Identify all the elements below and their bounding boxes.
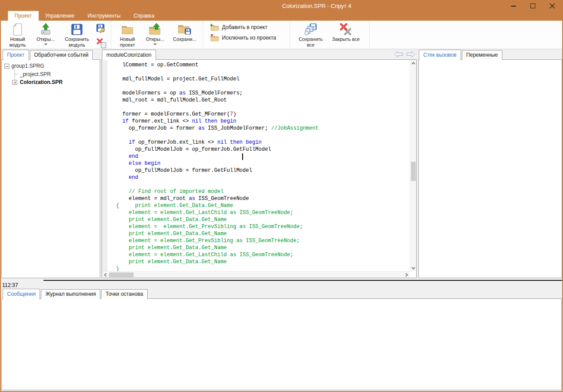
add-to-project-label: Добавить в проект [222, 24, 267, 30]
remove-from-project-label: Исключить из проекта [222, 35, 276, 41]
save-project-icon [178, 22, 192, 36]
ribbon-tab-bar: Проект Управление Инструменты Справка [1, 11, 562, 21]
maximize-button[interactable] [526, 2, 539, 11]
vertical-scroll-thumb[interactable] [411, 162, 416, 181]
text-caret [242, 153, 243, 160]
save-all-icon [304, 22, 317, 36]
open-module-button[interactable]: Откры... [32, 22, 59, 45]
tab-call-stack[interactable]: Стек вызовов [419, 50, 461, 60]
close-all-icon [339, 22, 353, 36]
left-panel-tabs: Проект Обработчики событий [3, 50, 94, 60]
new-module-icon [12, 22, 23, 36]
horizontal-scrollbar[interactable] [102, 271, 410, 278]
editor-tabs: moduleColorization [102, 50, 157, 60]
messages-panel [1, 298, 562, 390]
open-project-label: Откры... [146, 36, 164, 42]
vertical-scrollbar[interactable] [410, 60, 416, 271]
open-module-dropdown-icon[interactable] [44, 44, 47, 45]
close-all-label: Закрыть все [332, 36, 360, 42]
tree-item-colorization[interactable]: Colorization.SPR [20, 79, 62, 85]
tree-item-project[interactable]: _project.SPR [20, 71, 51, 77]
tab-execution-log[interactable]: Журнал выполнения [41, 289, 100, 299]
tab-project-tree[interactable]: Проект [3, 50, 29, 60]
save-module-as-button[interactable] [96, 23, 107, 35]
new-project-icon [121, 22, 134, 36]
save-all-label: Сохранить все [294, 36, 327, 48]
minimize-icon [511, 6, 516, 7]
save-project-button[interactable]: Сохрани... [169, 22, 200, 42]
project-tree-panel: group1.SPRG _project.SPR Colorization.SP… [1, 59, 100, 278]
new-project-button[interactable]: Новый проект [113, 22, 142, 48]
add-to-project-button[interactable]: Добавить в проект [210, 23, 267, 31]
ribbon-group-all: Сохранить все Закрыть все [290, 21, 370, 49]
code-lines[interactable]: lComment = op.GetComment mdl_fullModel =… [116, 62, 319, 272]
navigate-back-icon[interactable] [394, 51, 403, 58]
close-module-button[interactable] [96, 37, 107, 49]
new-project-label: Новый проект [113, 36, 142, 48]
window-controls [507, 1, 559, 11]
breakpoint-gutter[interactable] [102, 60, 107, 271]
open-module-label: Откры... [36, 36, 55, 42]
tab-messages[interactable]: Сообщения [3, 289, 40, 299]
scroll-up-icon[interactable] [410, 60, 417, 66]
navigate-forward-icon[interactable] [406, 51, 415, 58]
save-as-icon [96, 24, 107, 34]
open-module-icon [40, 22, 52, 36]
save-project-label: Сохрани... [173, 36, 196, 42]
ribbon-toolbar: Новый модуль Откры... Сохранить модуль [1, 21, 562, 49]
close-button[interactable] [545, 2, 559, 11]
tree-item-group[interactable]: group1.SPRG [11, 63, 44, 69]
editor-navigation [394, 51, 415, 58]
caret-position-status: 112:37 [2, 282, 18, 288]
remove-from-project-icon [210, 34, 219, 41]
horizontal-scroll-thumb[interactable] [109, 272, 134, 277]
open-project-icon [149, 22, 162, 36]
project-tree: group1.SPRG _project.SPR Colorization.SP… [2, 60, 100, 278]
tree-connector-project [15, 74, 18, 74]
new-module-button[interactable]: Новый модуль [3, 22, 32, 48]
close-module-icon [96, 38, 107, 48]
menu-tab-help[interactable]: Справка [127, 11, 161, 21]
expand-expander-colorization[interactable] [12, 80, 17, 85]
scroll-left-icon[interactable] [102, 272, 109, 278]
ribbon-group-module: Новый модуль Откры... Сохранить модуль [1, 21, 111, 49]
remove-from-project-button[interactable]: Исключить из проекта [210, 34, 276, 41]
call-stack-panel [418, 59, 562, 278]
collapse-expander-group1[interactable] [4, 64, 9, 69]
minimize-button[interactable] [507, 2, 520, 11]
open-project-dropdown-icon[interactable] [153, 44, 157, 45]
close-icon [549, 3, 555, 9]
bottom-panel-tabs: Сообщения Журнал выполнения Точки остано… [3, 289, 149, 299]
tab-variables[interactable]: Переменные [462, 50, 502, 60]
save-module-button[interactable]: Сохранить модуль [59, 22, 94, 48]
tab-module-colorization[interactable]: moduleColorization [102, 50, 156, 60]
add-to-project-icon [210, 23, 219, 31]
save-module-label: Сохранить модуль [59, 36, 94, 48]
window-title: Colorization.SPR - Спрут 4 [282, 3, 351, 9]
new-module-label: Новый модуль [3, 36, 32, 48]
ribbon-group-membership: Добавить в проект Исключить из проекта [203, 21, 290, 49]
ribbon-group-project: Новый проект Откры... Сохрани... [111, 21, 203, 49]
scroll-down-icon[interactable] [410, 265, 417, 271]
menu-tab-tools[interactable]: Инструменты [81, 11, 127, 21]
code-editor-panel: lComment = op.GetComment mdl_fullModel =… [102, 59, 417, 278]
menu-tab-management[interactable]: Управление [39, 11, 81, 21]
save-module-icon [71, 22, 83, 36]
open-project-button[interactable]: Откры... [142, 22, 169, 45]
menu-tab-project[interactable]: Проект [8, 11, 39, 21]
close-all-button[interactable]: Закрыть все [327, 22, 365, 42]
save-all-button[interactable]: Сохранить все [294, 22, 327, 48]
app-window: Colorization.SPR - Спрут 4 Проект Управл… [0, 0, 563, 392]
scroll-right-icon[interactable] [403, 272, 410, 278]
right-panel-tabs: Стек вызовов Переменные [419, 50, 503, 60]
tab-breakpoints[interactable]: Точки останова [101, 289, 147, 299]
dock-splitter[interactable] [44, 280, 562, 281]
module-small-buttons [94, 22, 109, 49]
maximize-icon [530, 4, 535, 8]
tab-event-handlers[interactable]: Обработчики событий [30, 50, 93, 60]
title-bar: Colorization.SPR - Спрут 4 [1, 1, 562, 11]
